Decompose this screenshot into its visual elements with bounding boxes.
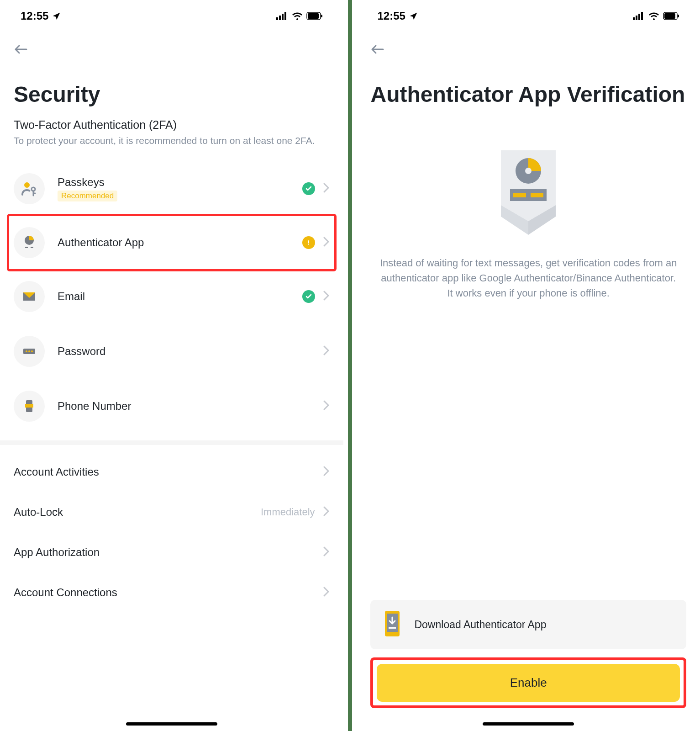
item-label: Email [58, 290, 302, 303]
highlight-enable: Enable [370, 657, 686, 708]
check-icon [302, 182, 315, 195]
svg-rect-11 [31, 247, 33, 248]
chevron-right-icon [323, 345, 330, 357]
location-icon [409, 11, 418, 21]
chevron-right-icon [323, 183, 330, 195]
item-label: Account Activities [14, 466, 99, 478]
section-description: To protect your account, it is recommend… [14, 134, 330, 161]
chevron-right-icon [323, 237, 330, 249]
item-label: Phone Number [58, 400, 323, 413]
password-icon [14, 336, 45, 367]
section-divider [0, 440, 343, 445]
arrow-left-icon [370, 44, 385, 55]
item-label: Password [58, 345, 323, 358]
item-password[interactable]: Password [14, 324, 330, 379]
wifi-icon [292, 12, 303, 20]
home-indicator[interactable] [483, 722, 574, 726]
home-indicator[interactable] [126, 722, 217, 726]
status-time: 12:55 [21, 10, 48, 22]
svg-rect-24 [641, 12, 643, 20]
authenticator-icon [14, 227, 45, 258]
svg-rect-22 [636, 16, 637, 20]
svg-point-18 [31, 350, 33, 352]
item-label: Auto-Lock [14, 506, 63, 519]
chevron-right-icon [323, 546, 330, 558]
check-icon [302, 290, 315, 303]
authenticator-illustration [370, 118, 686, 255]
passkeys-icon [14, 173, 45, 204]
item-label: Authenticator App [58, 236, 302, 249]
back-button[interactable] [370, 41, 385, 59]
alert-icon [302, 236, 315, 249]
item-account-connections[interactable]: Account Connections [14, 572, 330, 613]
location-icon [52, 11, 61, 21]
item-passkeys[interactable]: Passkeys Recommended [14, 161, 330, 216]
description-text: Instead of waiting for text messages, ge… [370, 255, 686, 319]
chevron-right-icon [323, 506, 330, 518]
section-title: Two-Factor Authentication (2FA) [14, 118, 330, 134]
item-email[interactable]: Email [14, 269, 330, 324]
item-label: Passkeys [58, 176, 302, 189]
status-bar: 12:55 [370, 0, 686, 27]
chevron-right-icon [323, 466, 330, 478]
svg-rect-34 [513, 193, 526, 197]
screen-security: 12:55 Security Two-Factor Authentication… [0, 0, 343, 731]
divider [348, 0, 353, 731]
download-authenticator-row[interactable]: Download Authenticator App [370, 600, 686, 649]
chevron-right-icon [323, 400, 330, 412]
svg-rect-0 [276, 17, 278, 20]
svg-rect-26 [664, 13, 675, 19]
download-label: Download Authenticator App [414, 619, 546, 631]
status-time: 12:55 [377, 10, 405, 22]
signal-icon [633, 12, 645, 20]
svg-point-7 [24, 182, 30, 188]
item-auto-lock[interactable]: Auto-Lock Immediately [14, 492, 330, 532]
arrow-left-icon [14, 44, 28, 55]
svg-rect-27 [678, 15, 679, 17]
chevron-right-icon [323, 587, 330, 599]
download-phone-icon [381, 610, 403, 639]
recommended-badge: Recommended [58, 191, 117, 201]
svg-rect-5 [308, 13, 319, 19]
svg-rect-1 [279, 16, 281, 20]
enable-button[interactable]: Enable [377, 664, 680, 702]
item-authenticator-app[interactable]: Authenticator App [14, 216, 330, 269]
svg-point-17 [28, 350, 30, 352]
battery-icon [306, 12, 323, 20]
svg-rect-38 [389, 627, 396, 629]
phone-icon [14, 391, 45, 422]
wifi-icon [648, 12, 659, 20]
svg-rect-23 [638, 14, 640, 20]
page-title: Security [14, 64, 330, 118]
svg-rect-13 [308, 244, 309, 245]
item-account-activities[interactable]: Account Activities [14, 452, 330, 492]
svg-point-16 [26, 350, 27, 352]
signal-icon [276, 12, 288, 20]
battery-icon [663, 12, 679, 20]
item-app-authorization[interactable]: App Authorization [14, 532, 330, 572]
svg-rect-6 [321, 15, 322, 17]
svg-rect-2 [282, 14, 284, 20]
highlight-authenticator: Authenticator App [7, 214, 337, 271]
chevron-right-icon [323, 291, 330, 302]
item-label: App Authorization [14, 546, 100, 559]
page-title: Authenticator App Verification [370, 64, 686, 118]
svg-point-32 [525, 168, 532, 174]
item-phone-number[interactable]: Phone Number [14, 379, 330, 434]
back-button[interactable] [14, 41, 28, 59]
svg-rect-35 [531, 193, 543, 197]
svg-rect-3 [284, 12, 286, 20]
item-label: Account Connections [14, 586, 117, 599]
item-value: Immediately [261, 506, 315, 518]
svg-rect-10 [25, 247, 28, 248]
svg-rect-20 [25, 404, 33, 408]
email-icon [14, 281, 45, 312]
svg-rect-21 [633, 17, 635, 20]
screen-authenticator-verification: 12:55 Authenticator App Verification [357, 0, 700, 731]
svg-rect-12 [308, 240, 309, 244]
status-bar: 12:55 [14, 0, 330, 27]
